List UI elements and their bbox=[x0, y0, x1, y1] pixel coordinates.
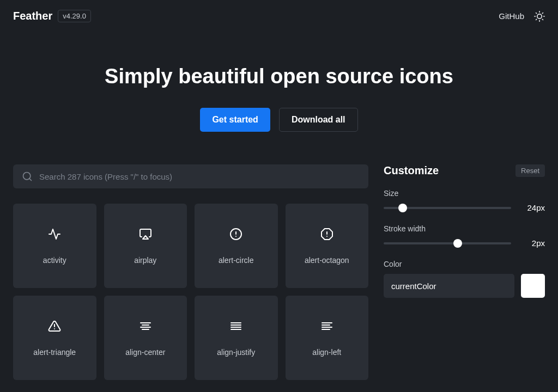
color-label: Color bbox=[384, 260, 545, 268]
icon-card-align-justify[interactable]: align-justify bbox=[195, 296, 278, 380]
github-link[interactable]: GitHub bbox=[499, 11, 524, 21]
svg-line-8 bbox=[542, 13, 543, 13]
header-right: GitHub bbox=[499, 11, 545, 22]
icon-label: alert-circle bbox=[219, 256, 254, 265]
stroke-slider-thumb[interactable] bbox=[453, 239, 462, 248]
alert-circle-icon bbox=[229, 228, 242, 241]
icon-label: align-left bbox=[312, 348, 341, 357]
icon-grid: activity airplay alert-circle alert-octa… bbox=[13, 204, 368, 380]
icon-label: alert-triangle bbox=[33, 348, 76, 357]
header-left: Feather v4.29.0 bbox=[13, 10, 91, 22]
sun-icon[interactable] bbox=[534, 11, 545, 22]
svg-line-4 bbox=[542, 19, 543, 20]
main: activity airplay alert-circle alert-octa… bbox=[0, 164, 558, 380]
stroke-control: Stroke width 2px bbox=[384, 224, 545, 248]
size-slider-row: 24px bbox=[384, 203, 545, 212]
alert-triangle-icon bbox=[48, 320, 61, 333]
icon-card-alert-triangle[interactable]: alert-triangle bbox=[13, 296, 96, 380]
search-input[interactable] bbox=[39, 172, 360, 181]
stroke-slider[interactable] bbox=[384, 242, 511, 244]
color-control: Color bbox=[384, 260, 545, 298]
stroke-label: Stroke width bbox=[384, 224, 545, 233]
icon-card-alert-circle[interactable]: alert-circle bbox=[195, 204, 278, 288]
icon-card-activity[interactable]: activity bbox=[13, 204, 96, 288]
align-center-icon bbox=[139, 320, 152, 333]
size-label: Size bbox=[384, 189, 545, 198]
color-input[interactable] bbox=[384, 274, 514, 298]
icon-label: align-justify bbox=[217, 348, 255, 357]
size-control: Size 24px bbox=[384, 189, 545, 212]
svg-line-3 bbox=[536, 13, 537, 13]
download-all-button[interactable]: Download all bbox=[279, 108, 358, 132]
alert-octagon-icon bbox=[320, 228, 333, 241]
icon-label: alert-octagon bbox=[305, 256, 349, 265]
header: Feather v4.29.0 GitHub bbox=[0, 0, 558, 32]
version-badge[interactable]: v4.29.0 bbox=[58, 10, 91, 22]
icon-card-align-left[interactable]: align-left bbox=[286, 296, 369, 380]
stroke-value: 2px bbox=[521, 238, 545, 248]
customize-panel: Customize Reset Size 24px Stroke width 2… bbox=[384, 164, 545, 380]
icon-card-alert-octagon[interactable]: alert-octagon bbox=[286, 204, 369, 288]
svg-line-7 bbox=[536, 19, 537, 20]
hero: Simply beautiful open source icons Get s… bbox=[0, 32, 558, 164]
icon-card-align-center[interactable]: align-center bbox=[104, 296, 187, 380]
size-slider-thumb[interactable] bbox=[398, 204, 407, 212]
color-swatch[interactable] bbox=[521, 274, 545, 298]
search-icon bbox=[22, 171, 33, 182]
customize-title: Customize bbox=[384, 164, 439, 177]
search-box[interactable] bbox=[13, 164, 368, 188]
activity-icon bbox=[48, 228, 61, 241]
customize-header: Customize Reset bbox=[384, 164, 545, 177]
icon-card-airplay[interactable]: airplay bbox=[104, 204, 187, 288]
get-started-button[interactable]: Get started bbox=[200, 108, 270, 132]
site-title[interactable]: Feather bbox=[13, 10, 52, 22]
svg-point-0 bbox=[537, 14, 542, 18]
size-slider[interactable] bbox=[384, 207, 511, 209]
airplay-icon bbox=[139, 228, 152, 241]
svg-line-10 bbox=[29, 179, 32, 181]
icon-label: align-center bbox=[125, 348, 165, 357]
color-row bbox=[384, 274, 545, 298]
reset-button[interactable]: Reset bbox=[515, 164, 545, 177]
icon-label: airplay bbox=[134, 256, 156, 265]
icon-label: activity bbox=[43, 256, 66, 265]
left-column: activity airplay alert-circle alert-octa… bbox=[13, 164, 368, 380]
size-value: 24px bbox=[521, 203, 545, 212]
hero-buttons: Get started Download all bbox=[0, 108, 558, 132]
align-justify-icon bbox=[229, 320, 242, 333]
align-left-icon bbox=[320, 320, 333, 333]
stroke-slider-row: 2px bbox=[384, 238, 545, 248]
hero-heading: Simply beautiful open source icons bbox=[0, 65, 558, 88]
svg-marker-11 bbox=[143, 236, 148, 239]
